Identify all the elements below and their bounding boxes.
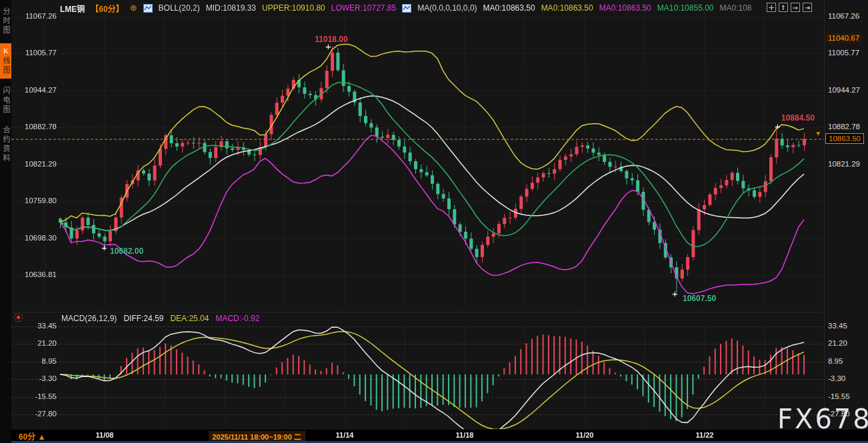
price-axis-label-left: 10636.81: [11, 270, 57, 278]
cross-marker-icon: +: [325, 43, 331, 49]
ma-params-label: MA(0,0,0,10,0,0): [417, 3, 477, 13]
price-axis-label-right: 10944.27: [828, 86, 867, 94]
macd-title: MACD(26,12,9): [61, 314, 117, 323]
macd-axis-label-left: 33.45: [11, 322, 57, 330]
price-axis-label-left: 10698.30: [11, 234, 57, 242]
macd-hist-value: MACD:-0.92: [215, 314, 259, 323]
tab-time-share-chart[interactable]: 分时图: [0, 4, 11, 39]
session-high-tag: 11040.67: [825, 33, 862, 43]
boll-upper-value: UPPER:10910.80: [262, 3, 325, 13]
ma0-value-white: MA0:10863.50: [483, 3, 535, 13]
price-axis-label-left: 10759.80: [11, 197, 57, 205]
cross-marker-icon: +: [672, 290, 678, 296]
time-axis-bar: 60分 ▲ 11/082025/11/11 18:00~19:00 二11/14…: [0, 430, 868, 441]
tab-lightning-chart[interactable]: 闪电图: [0, 83, 11, 118]
date-label: 11/08: [96, 431, 114, 439]
date-label: 11/20: [576, 431, 594, 439]
macd-axis-label-right: -3.30: [828, 374, 867, 382]
zoom-x-axis-icon[interactable]: ⇒: [791, 3, 800, 12]
price-axis-label-left: 11067.26: [11, 12, 57, 20]
date-label: 11/22: [696, 431, 714, 439]
sidebar: 分时图 K线图 闪电图 合约资料: [0, 0, 11, 443]
price-annotation: 10884.50: [781, 113, 815, 123]
macd-axis-label-right: 21.20: [828, 339, 867, 347]
ma0-value-truncated: MA0:108: [719, 3, 751, 13]
macd-axis-label-left: 8.95: [11, 357, 57, 365]
pane-divider: [11, 312, 824, 312]
macd-settings-icon[interactable]: [14, 313, 23, 322]
price-annotation: 10607.50: [683, 294, 716, 303]
macd-header: MACD(26,12,9) DIFF:24.59 DEA:25.04 MACD:…: [61, 314, 259, 323]
price-axis-label-left: 10821.29: [11, 160, 57, 168]
ma0-value-yellow: MA0:10863.50: [541, 3, 593, 13]
pan-right-icon[interactable]: ⇥: [803, 3, 812, 12]
symbol-name: LME铜: [60, 3, 85, 14]
tab-candlestick-chart[interactable]: K线图: [0, 43, 11, 79]
macd-axis-label-left: -3.30: [11, 374, 57, 382]
period-selector[interactable]: 60分 ▲: [19, 430, 46, 442]
price-annotation: 11018.00: [315, 35, 347, 44]
macd-axis-label-right: -15.55: [828, 392, 867, 400]
ma-indicator-icon[interactable]: [402, 4, 411, 13]
price-axis-label-left: 10944.27: [11, 86, 57, 94]
add-indicator-icon[interactable]: ⊕: [130, 4, 137, 12]
macd-axis-label-right: 33.45: [828, 322, 867, 330]
macd-dea-value: DEA:25.04: [170, 314, 209, 323]
boll-lower-value: LOWER:10727.85: [331, 3, 396, 13]
boll-label: BOLL(20,2): [159, 3, 200, 13]
price-axis-label-right: 11067.26: [828, 12, 867, 20]
macd-axis-label-left: -27.80: [11, 410, 57, 418]
chart-canvas[interactable]: [11, 0, 824, 430]
date-label: 11/14: [336, 431, 354, 439]
chart-toolbar: ✛⇑⇒⇥: [767, 3, 812, 12]
last-price-tag: 10863.50: [825, 133, 864, 144]
cross-marker-icon: +: [775, 123, 781, 129]
date-label: 11/18: [456, 431, 474, 439]
crosshair-icon[interactable]: ✛: [767, 3, 776, 12]
ma0-value-magenta: MA0:10863.50: [599, 3, 651, 13]
period-label: 【60分】: [91, 3, 123, 14]
trading-app-window: 分时图 K线图 闪电图 合约资料 LME铜【60分】⊕ BOLL(20,2) M…: [0, 0, 868, 443]
price-annotation: 10682.00: [110, 246, 143, 256]
indicator-header: LME铜【60分】⊕ BOLL(20,2) MID:10819.33 UPPER…: [60, 2, 773, 14]
crosshair-datetime-label: 2025/11/11 18:00~19:00 二: [209, 431, 305, 442]
zoom-y-axis-icon[interactable]: ⇑: [779, 3, 788, 12]
tab-candlestick-head: K: [2, 47, 10, 57]
cross-marker-icon: +: [101, 244, 107, 250]
axis-divider: [824, 0, 825, 430]
tab-contract-info[interactable]: 合约资料: [0, 123, 11, 167]
tab-candlestick-tail: 线图: [2, 57, 10, 75]
price-axis-label-left: 10882.78: [11, 123, 57, 131]
macd-axis-label-left: -15.55: [11, 392, 57, 400]
macd-axis-label-right: 8.95: [828, 357, 867, 365]
price-axis-label-right: 11005.77: [828, 49, 867, 57]
price-axis-label-right: 10821.29: [828, 160, 867, 168]
boll-mid-value: MID:10819.33: [206, 3, 256, 13]
price-axis-label-left: 11005.77: [11, 49, 57, 57]
ma10-value-green: MA10:10855.00: [657, 3, 714, 13]
macd-axis-label-left: 21.20: [11, 339, 57, 347]
price-axis-label-right: 10882.78: [828, 123, 867, 131]
macd-diff-value: DIFF:24.59: [123, 314, 163, 323]
boll-indicator-icon[interactable]: [143, 4, 153, 13]
